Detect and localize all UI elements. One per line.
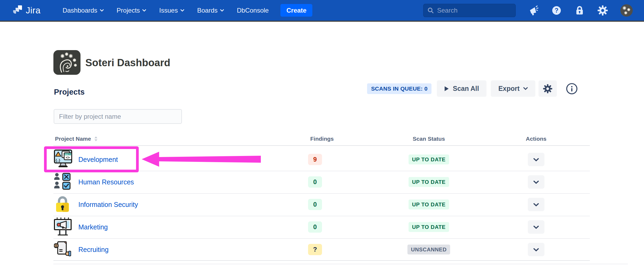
nav-item-dashboards[interactable]: Dashboards	[63, 7, 104, 14]
findings-badge: 0	[308, 176, 322, 188]
column-header-actions: Actions	[526, 136, 546, 142]
table-row: Information Security 0 UP TO DATE	[53, 193, 590, 216]
search-box[interactable]	[423, 4, 516, 17]
project-link-human-resources[interactable]: Human Resources	[78, 178, 134, 186]
row-actions-button[interactable]	[528, 243, 544, 256]
chevron-down-icon	[533, 180, 539, 184]
search-input[interactable]	[437, 7, 507, 14]
panel-bottom-divider	[53, 264, 628, 264]
help-icon[interactable]: ?	[551, 5, 562, 16]
settings-gear-button[interactable]	[539, 80, 557, 97]
svg-text:?: ?	[555, 7, 558, 14]
nav-item-issues[interactable]: Issues	[159, 7, 184, 14]
findings-badge: ?	[308, 244, 322, 255]
row-actions-button[interactable]	[528, 175, 544, 189]
navbar-right: ?	[423, 0, 633, 21]
findings-badge: 0	[308, 199, 322, 210]
scans-in-queue-badge: SCANS IN QUEUE: 0	[367, 83, 431, 94]
chevron-down-icon	[523, 87, 528, 90]
jira-wordmark: Jira	[26, 5, 41, 16]
recruiting-project-icon	[54, 241, 71, 258]
jira-mark-icon	[12, 5, 23, 16]
jira-logo[interactable]: Jira	[12, 5, 41, 16]
page: Jira Dashboards Projects Issues Boards D…	[0, 0, 644, 279]
gear-icon[interactable]	[597, 5, 608, 16]
lock-icon[interactable]	[574, 5, 585, 16]
export-button[interactable]: Export	[491, 80, 535, 97]
nav-item-dbconsole[interactable]: DbConsole	[237, 7, 269, 14]
page-title: Soteri Dashboard	[85, 57, 170, 69]
nav-menu: Dashboards Projects Issues Boards DbCons…	[63, 7, 269, 14]
window-edge-divider	[0, 21, 644, 22]
information-security-project-icon	[56, 196, 69, 214]
chevron-down-icon	[142, 9, 146, 12]
human-resources-project-icon	[54, 173, 71, 191]
column-header-project-name[interactable]: Project Name	[55, 136, 98, 142]
row-actions-button[interactable]	[528, 198, 544, 211]
column-header-scan-status: Scan Status	[413, 136, 445, 142]
chevron-down-icon	[100, 9, 104, 12]
chevron-down-icon	[533, 158, 539, 161]
sort-icon	[94, 136, 98, 142]
svg-text:{..}: {..}	[56, 158, 60, 162]
announcements-megaphone-icon[interactable]	[528, 5, 539, 16]
project-link-marketing[interactable]: Marketing	[78, 223, 108, 231]
table-row: Recruiting ? UNSCANNED	[53, 238, 590, 261]
nav-item-projects[interactable]: Projects	[117, 7, 147, 14]
marketing-project-icon	[54, 217, 72, 237]
table-row: Human Resources 0 UP TO DATE	[53, 171, 590, 193]
project-link-information-security[interactable]: Information Security	[78, 201, 138, 209]
play-icon	[444, 86, 449, 91]
scan-all-button[interactable]: Scan All	[437, 80, 486, 97]
project-filter-input[interactable]	[54, 109, 182, 124]
chevron-down-icon	[533, 225, 539, 229]
search-icon	[427, 7, 434, 14]
scan-status-badge: UNSCANNED	[407, 245, 450, 255]
scan-status-badge: UP TO DATE	[409, 222, 449, 232]
projects-heading: Projects	[54, 88, 85, 96]
nav-item-boards[interactable]: Boards	[197, 7, 224, 14]
info-button[interactable]	[565, 82, 578, 95]
create-button[interactable]: Create	[280, 4, 312, 17]
table-header-divider	[53, 145, 590, 146]
soteri-app-logo	[53, 50, 80, 75]
user-avatar[interactable]	[620, 4, 633, 17]
column-header-findings: Findings	[310, 136, 334, 142]
row-actions-button[interactable]	[528, 153, 544, 166]
chevron-down-icon	[220, 9, 224, 12]
development-project-icon: {..} <>	[54, 150, 73, 169]
chevron-down-icon	[533, 248, 539, 251]
table-row: Marketing 0 UP TO DATE	[53, 216, 590, 238]
row-actions-button[interactable]	[528, 220, 544, 234]
project-link-recruiting[interactable]: Recruiting	[78, 246, 109, 254]
table-row: {..} <> Development 9 UP TO DATE	[53, 148, 590, 171]
findings-badge: 9	[308, 154, 322, 165]
scan-status-badge: UP TO DATE	[409, 155, 449, 165]
findings-badge: 0	[308, 221, 322, 233]
scan-status-badge: UP TO DATE	[409, 200, 449, 210]
info-icon	[566, 83, 578, 95]
project-link-development[interactable]: Development	[78, 156, 118, 163]
projects-toolbar: SCANS IN QUEUE: 0 Scan All Export	[367, 80, 578, 97]
scan-status-badge: UP TO DATE	[409, 177, 449, 187]
svg-text:<>: <>	[66, 155, 70, 159]
gear-icon	[543, 84, 552, 94]
top-navbar: Jira Dashboards Projects Issues Boards D…	[0, 0, 644, 21]
chevron-down-icon	[180, 9, 184, 12]
chevron-down-icon	[533, 203, 539, 206]
